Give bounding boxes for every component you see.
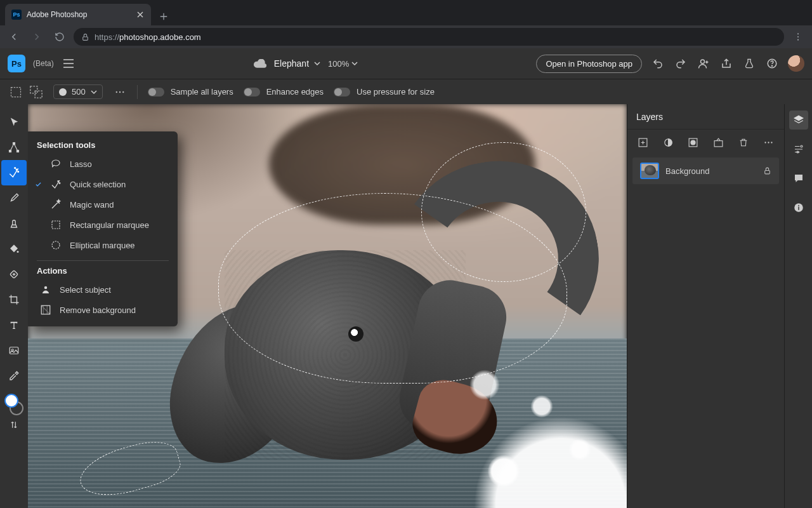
foreground-color-swatch[interactable]	[4, 394, 18, 408]
type-tool[interactable]	[1, 312, 27, 338]
rectangular-marquee-icon	[49, 219, 62, 231]
invite-button[interactable]	[697, 57, 710, 70]
open-in-app-button[interactable]: Open in Photoshop app	[536, 55, 642, 73]
avatar[interactable]	[788, 55, 804, 72]
selection-mode-new-icon[interactable]	[9, 85, 23, 99]
crop-tool[interactable]	[1, 287, 27, 312]
divider	[137, 85, 138, 99]
flyout-item-elliptical-marquee[interactable]: Elliptical marquee	[28, 235, 178, 255]
brush-size-dropdown[interactable]: 500	[53, 84, 103, 99]
flyout-item-label: Magic wand	[70, 200, 114, 210]
close-icon[interactable]	[136, 10, 145, 19]
transform-tool[interactable]	[1, 135, 27, 160]
undo-button[interactable]	[651, 57, 665, 70]
svg-point-11	[119, 91, 121, 92]
panel-more-button[interactable]	[762, 135, 776, 149]
svg-point-42	[798, 205, 799, 206]
mask-button[interactable]	[686, 135, 700, 149]
cloud-status[interactable]	[254, 59, 266, 68]
place-image-tool[interactable]	[1, 338, 27, 363]
flyout-item-magic-wand[interactable]: Magic wand	[28, 194, 178, 215]
svg-rect-33	[714, 140, 723, 146]
svg-rect-0	[83, 36, 88, 39]
ps-logo-icon[interactable]: Ps	[8, 55, 25, 72]
add-layer-button[interactable]	[636, 135, 650, 149]
move-tool[interactable]	[1, 109, 27, 135]
svg-rect-41	[798, 207, 799, 210]
flyout-action-label: Select subject	[60, 285, 111, 295]
layer-row[interactable]: Background	[632, 157, 779, 184]
select-subject-icon	[39, 284, 52, 295]
healing-brush-tool[interactable]	[1, 262, 27, 287]
cloud-icon	[254, 59, 266, 68]
svg-point-17	[18, 171, 19, 173]
lasso-icon	[49, 158, 62, 170]
chevron-down-icon	[351, 60, 358, 67]
svg-point-2	[797, 36, 799, 37]
browser-tab[interactable]: Ps Adobe Photoshop	[5, 4, 151, 25]
flyout-item-quick-selection[interactable]: Quick selection	[28, 174, 178, 194]
enhance-edges-toggle[interactable]	[244, 88, 260, 97]
browser-menu-button[interactable]	[789, 28, 807, 46]
more-options-button[interactable]	[113, 85, 127, 99]
redo-button[interactable]	[674, 57, 688, 70]
layer-name: Background	[665, 166, 709, 176]
document-name: Elephant	[274, 58, 309, 69]
layers-panel: Layers Background	[627, 104, 784, 508]
swap-colors-button[interactable]	[1, 415, 27, 434]
share-button[interactable]	[719, 57, 733, 70]
selection-mode-add-icon[interactable]	[29, 85, 43, 99]
flyout-item-label: Lasso	[70, 159, 92, 169]
zoom-dropdown[interactable]: 100%	[328, 59, 358, 69]
elliptical-marquee-icon	[49, 239, 62, 251]
reload-button[interactable]	[51, 28, 69, 46]
chevron-down-icon	[91, 89, 97, 95]
color-swatches[interactable]	[4, 394, 23, 415]
eyedropper-tool[interactable]	[1, 363, 27, 389]
info-rail-button[interactable]	[789, 198, 808, 217]
properties-rail-button[interactable]	[789, 140, 808, 159]
adjustment-layer-button[interactable]	[662, 135, 676, 149]
new-tab-button[interactable]	[155, 8, 173, 25]
use-pressure-toggle[interactable]	[334, 88, 350, 97]
clone-stamp-tool[interactable]	[1, 211, 27, 236]
quick-selection-tool[interactable]	[1, 160, 27, 185]
help-button[interactable]	[765, 57, 779, 70]
app-header: Ps (Beta) Elephant 100% Open in Photosho…	[0, 48, 812, 79]
flyout-item-rectangular-marquee[interactable]: Rectangular marquee	[28, 215, 178, 235]
sample-all-layers-label: Sample all layers	[171, 87, 233, 97]
fill-tool[interactable]	[1, 236, 27, 262]
canvas[interactable]: Selection tools Lasso Quick selection Ma…	[28, 104, 627, 508]
svg-rect-37	[765, 170, 770, 173]
flyout-action-remove-background[interactable]: Remove background	[28, 300, 178, 320]
sample-all-layers-toggle[interactable]	[148, 88, 164, 97]
clip-button[interactable]	[712, 135, 726, 149]
forward-button[interactable]	[28, 28, 46, 46]
url-text: https://photoshop.adobe.com	[95, 32, 201, 42]
document-name-dropdown[interactable]: Elephant	[274, 58, 320, 69]
brush-tool[interactable]	[1, 185, 27, 211]
tool-palette	[0, 104, 28, 508]
comments-rail-button[interactable]	[789, 169, 808, 188]
right-rail	[784, 104, 812, 508]
back-button[interactable]	[5, 28, 23, 46]
svg-point-18	[15, 168, 16, 169]
flyout-action-select-subject[interactable]: Select subject	[28, 279, 178, 300]
beaker-button[interactable]	[742, 57, 756, 70]
svg-point-32	[691, 140, 695, 144]
flyout-section-title: Selection tools	[28, 140, 178, 154]
svg-point-36	[771, 142, 772, 143]
svg-point-12	[122, 91, 124, 92]
svg-point-10	[115, 91, 117, 92]
delete-layer-button[interactable]	[737, 135, 750, 149]
svg-point-34	[764, 142, 766, 143]
flyout-item-lasso[interactable]: Lasso	[28, 154, 178, 174]
hamburger-menu-button[interactable]	[62, 57, 75, 70]
layers-rail-button[interactable]	[789, 110, 808, 130]
address-bar[interactable]: https://photoshop.adobe.com	[74, 28, 784, 46]
enhance-edges-label: Enhance edges	[266, 87, 324, 97]
lock-icon[interactable]	[763, 166, 771, 175]
svg-point-24	[59, 183, 60, 184]
selection-marquee	[421, 142, 586, 282]
chevron-down-icon	[314, 60, 320, 67]
